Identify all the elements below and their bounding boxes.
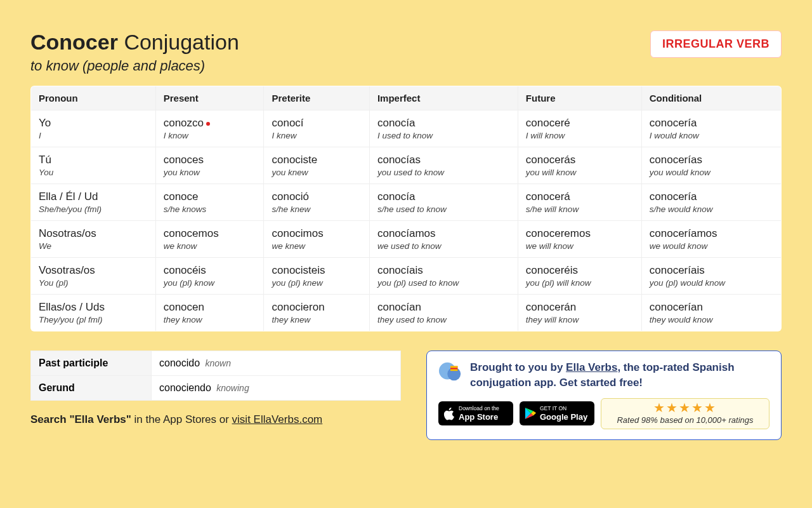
conditional-cell: conoceríaI would know — [641, 110, 781, 147]
promo-bottom: Download on the App Store GET IT ON Goog… — [438, 398, 769, 429]
preterite-cell: conocisteisyou (pl) knew — [264, 258, 369, 295]
bottom-row: Past participle conocido known Gerund co… — [30, 351, 782, 440]
page-header: Conocer Conjugation to know (people and … — [30, 30, 782, 74]
page-subtitle: to know (people and places) — [30, 58, 239, 74]
participles-table: Past participle conocido known Gerund co… — [30, 351, 401, 401]
conditional-cell: conoceríanthey would know — [641, 295, 781, 331]
preterite-cell: conocieronthey knew — [264, 295, 369, 331]
app-store-button[interactable]: Download on the App Store — [438, 401, 513, 425]
future-cell: conoceréI will know — [518, 110, 641, 147]
conditional-cell: conoceríamoswe would know — [641, 221, 781, 258]
pronoun-cell: Ella / Él / UdShe/he/you (fml) — [31, 184, 156, 221]
future-cell: conoceránthey will know — [518, 295, 641, 331]
past-participle-row: Past participle conocido known — [31, 351, 401, 376]
column-header: Preterite — [264, 86, 369, 110]
gerund-label: Gerund — [31, 376, 152, 401]
table-header-row: PronounPresentPreteriteImperfectFutureCo… — [31, 86, 782, 110]
irregular-badge: IRREGULAR VERB — [650, 30, 782, 58]
imperfect-cell: conocíasyou used to know — [369, 147, 518, 184]
present-cell: conozcoI know — [155, 110, 264, 147]
imperfect-cell: conocíaI used to know — [369, 110, 518, 147]
table-row: Ella / Él / UdShe/he/you (fml)conoces/he… — [31, 184, 782, 221]
imperfect-cell: conocíamoswe used to know — [369, 221, 518, 258]
table-row: Ellas/os / UdsThey/you (pl fml)conocenth… — [31, 295, 782, 331]
present-cell: conocenthey know — [155, 295, 264, 331]
irregular-dot-icon — [206, 122, 210, 126]
imperfect-cell: conocíaisyou (pl) used to know — [369, 258, 518, 295]
ella-verbs-promo-link[interactable]: Ella Verbs — [566, 361, 617, 373]
pronoun-cell: Ellas/os / UdsThey/you (pl fml) — [31, 295, 156, 331]
column-header: Imperfect — [369, 86, 518, 110]
future-cell: conoceremoswe will know — [518, 221, 641, 258]
title-block: Conocer Conjugation to know (people and … — [30, 30, 239, 74]
page-title: Conocer Conjugation — [30, 30, 239, 54]
preterite-cell: conocisteyou knew — [264, 147, 369, 184]
pronoun-cell: Nosotras/osWe — [31, 221, 156, 258]
promo-box: Brought to you by Ella Verbs, the top-ra… — [426, 351, 782, 440]
title-suffix: Conjugation — [124, 30, 239, 54]
present-cell: conocéisyou (pl) know — [155, 258, 264, 295]
pronoun-cell: YoI — [31, 110, 156, 147]
imperfect-cell: conocías/he used to know — [369, 184, 518, 221]
search-line: Search "Ella Verbs" in the App Stores or… — [30, 413, 401, 426]
apple-icon — [443, 407, 455, 420]
imperfect-cell: conocíanthey used to know — [369, 295, 518, 331]
column-header: Future — [518, 86, 641, 110]
promo-text: Brought to you by Ella Verbs, the top-ra… — [470, 360, 769, 391]
gerund-row: Gerund conociendo knowing — [31, 376, 401, 401]
title-verb: Conocer — [30, 30, 118, 54]
google-play-icon — [525, 407, 536, 420]
conditional-cell: conoceríaisyou (pl) would know — [641, 258, 781, 295]
present-cell: conocemoswe know — [155, 221, 264, 258]
svg-rect-3 — [450, 366, 457, 368]
table-row: YoIconozcoI knowconocíI knewconocíaI use… — [31, 110, 782, 147]
promo-top: Brought to you by Ella Verbs, the top-ra… — [438, 360, 769, 391]
future-cell: conocerásyou will know — [518, 147, 641, 184]
present-cell: conoces/he knows — [155, 184, 264, 221]
left-column: Past participle conocido known Gerund co… — [30, 351, 401, 426]
conditional-cell: conoceríasyou would know — [641, 147, 781, 184]
conjugation-table: PronounPresentPreteriteImperfectFutureCo… — [30, 86, 782, 331]
ellaverbs-link[interactable]: visit EllaVerbs.com — [232, 413, 323, 425]
pronoun-cell: TúYou — [31, 147, 156, 184]
rating-box: ★★★★★ Rated 98% based on 10,000+ ratings — [601, 398, 769, 429]
table-row: Vosotras/osYou (pl)conocéisyou (pl) know… — [31, 258, 782, 295]
svg-rect-4 — [450, 370, 457, 371]
preterite-cell: conociós/he knew — [264, 184, 369, 221]
future-cell: conocerás/he will know — [518, 184, 641, 221]
preterite-cell: conocimoswe knew — [264, 221, 369, 258]
column-header: Present — [155, 86, 264, 110]
gerund-value: conociendo knowing — [152, 376, 401, 401]
column-header: Pronoun — [31, 86, 156, 110]
star-icons: ★★★★★ — [608, 401, 763, 414]
past-participle-value: conocido known — [152, 351, 401, 376]
google-play-button[interactable]: GET IT ON Google Play — [520, 401, 594, 425]
past-participle-label: Past participle — [31, 351, 152, 376]
present-cell: conocesyou know — [155, 147, 264, 184]
conditional-cell: conocerías/he would know — [641, 184, 781, 221]
column-header: Conditional — [641, 86, 781, 110]
table-row: TúYouconocesyou knowconocisteyou knewcon… — [31, 147, 782, 184]
table-row: Nosotras/osWeconocemoswe knowconocimoswe… — [31, 221, 782, 258]
future-cell: conoceréisyou (pl) will know — [518, 258, 641, 295]
pronoun-cell: Vosotras/osYou (pl) — [31, 258, 156, 295]
rating-text: Rated 98% based on 10,000+ ratings — [608, 415, 763, 425]
promo-app-icon — [438, 360, 462, 384]
preterite-cell: conocíI knew — [264, 110, 369, 147]
